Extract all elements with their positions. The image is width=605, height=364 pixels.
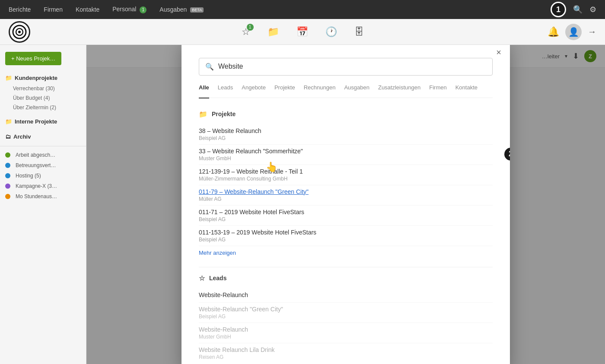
top-navigation: Berichte Firmen Kontakte Personal 1 Ausg…	[0, 0, 605, 19]
sidebar-item-ueber-budget[interactable]: Über Budget (4)	[0, 93, 86, 103]
personal-badge: 1	[140, 6, 146, 13]
filter-tabs: Alle Leads Angebote Projekte Rechnungen …	[199, 84, 493, 98]
projekte-folder-icon: 📁	[199, 110, 207, 118]
tab-kontakte[interactable]: Kontakte	[455, 84, 478, 92]
tab-firmen[interactable]: Firmen	[429, 84, 446, 92]
logout-icon[interactable]: →	[588, 27, 596, 37]
tab-zusatzleistungen[interactable]: Zusatzleistungen	[378, 84, 420, 92]
status-dot	[5, 173, 10, 178]
search-icon[interactable]: 🔍	[573, 5, 583, 14]
step-2-indicator: 2	[503, 146, 510, 162]
database-icon[interactable]: 🗄	[354, 26, 364, 38]
result-title-2: 33 – Website Relaunch "Sommerhitze"	[199, 148, 493, 155]
search-modal: × 🔍 Alle Leads Angebote Projekte Rechnun…	[182, 45, 510, 364]
leads-heading: Leads	[209, 275, 226, 282]
lead-subtitle-2: Beispiel AG	[199, 313, 493, 320]
lead-item-3[interactable]: Website-Relaunch Muster GmbH	[199, 323, 493, 343]
result-item-4[interactable]: 011-79 – Website-Relaunch "Green City" M…	[199, 185, 493, 206]
projekte-section-header: 📁 Projekte	[199, 110, 493, 118]
sidebar-work-mo[interactable]: Mo Stundenaus…	[0, 191, 86, 202]
nav-firmen[interactable]: Firmen	[44, 6, 63, 13]
clock-icon[interactable]: 🕐	[325, 26, 337, 38]
result-item-5[interactable]: 011-71 – 2019 Website Hotel FiveStars Be…	[199, 206, 493, 226]
result-item-6[interactable]: 011-153-19 – 2019 Website Hotel FiveStar…	[199, 226, 493, 246]
interne-projekte-header[interactable]: 📁 Interne Projekte	[0, 116, 86, 127]
tab-alle[interactable]: Alle	[199, 84, 209, 98]
lead-title-3: Website-Relaunch	[199, 326, 493, 333]
folder-icon: 📁	[5, 75, 12, 81]
result-subtitle-2: Muster GmbH	[199, 155, 493, 161]
sidebar-item-verrechenbar[interactable]: Verrechenbar (30)	[0, 84, 86, 93]
result-subtitle-6: Beispiel AG	[199, 237, 493, 243]
status-dot	[5, 194, 10, 199]
svg-point-2	[18, 31, 21, 33]
archiv-icon: 🗂	[5, 133, 11, 140]
lead-item-1[interactable]: Website-Relaunch	[199, 288, 493, 303]
sidebar-section-archiv: 🗂 Archiv	[0, 131, 86, 142]
status-dot	[5, 152, 10, 158]
logo[interactable]	[9, 21, 30, 43]
tab-projekte[interactable]: Projekte	[274, 84, 295, 92]
result-item-2[interactable]: 33 – Website Relaunch "Sommerhitze" Must…	[199, 145, 493, 165]
modal-close-button[interactable]: ×	[496, 47, 501, 57]
lead-item-4[interactable]: Website Relaunch Lila Drink Reisen AG	[199, 343, 493, 363]
status-dot	[5, 184, 10, 189]
result-subtitle-5: Beispiel AG	[199, 216, 493, 222]
calendar-icon[interactable]: 📅	[296, 26, 308, 38]
nav-personal[interactable]: Personal 1	[112, 6, 146, 13]
sidebar-work-arbeit[interactable]: Arbeit abgesch…	[0, 150, 86, 160]
sidebar-item-ueber-zieltermin[interactable]: Über Zieltermin (2)	[0, 103, 86, 112]
projekte-heading: Projekte	[212, 111, 236, 117]
leads-section: ☆ Leads Website-Relaunch Website-Relaunc…	[199, 274, 493, 363]
sidebar: + Neues Projek… 📁 Kundenprojekte Verrech…	[0, 45, 86, 364]
lead-subtitle-4: Reisen AG	[199, 354, 493, 360]
step-1-indicator: 1	[551, 2, 566, 17]
nav-kontakte[interactable]: Kontakte	[76, 6, 99, 13]
section-divider	[199, 267, 493, 267]
tab-rechnungen[interactable]: Rechnungen	[304, 84, 336, 92]
result-title-3: 121-139-19 – Website Reithalle - Teil 1	[199, 168, 493, 175]
result-subtitle-4: Müller AG	[199, 196, 493, 202]
bell-icon[interactable]: 🔔	[548, 26, 559, 38]
beta-badge: BETA	[190, 7, 204, 13]
sidebar-section-kundenprojekte: 📁 Kundenprojekte Verrechenbar (30) Über …	[0, 72, 86, 112]
kundenprojekte-header[interactable]: 📁 Kundenprojekte	[0, 72, 86, 84]
result-subtitle-3: Müller-Zimmermann Consulting GmbH	[199, 176, 493, 182]
status-dot	[5, 163, 10, 168]
nav-berichte[interactable]: Berichte	[9, 6, 31, 13]
sidebar-work-hosting[interactable]: Hosting (5)	[0, 171, 86, 181]
result-title-6: 011-153-19 – 2019 Website Hotel FiveStar…	[199, 229, 493, 236]
sidebar-work-betreuung[interactable]: Betreuungsvert…	[0, 160, 86, 171]
mehr-anzeigen-link[interactable]: Mehr anzeigen	[199, 250, 236, 256]
sidebar-work-kampagne[interactable]: Kampagne-X (3…	[0, 181, 86, 191]
folder-icon[interactable]: 📁	[267, 26, 279, 38]
tab-leads[interactable]: Leads	[218, 84, 233, 92]
search-icon: 🔍	[205, 63, 214, 71]
lead-title-4: Website Relaunch Lila Drink	[199, 346, 493, 353]
result-subtitle-1: Beispiel AG	[199, 135, 493, 141]
top-nav-right: 1 🔍 ⚙	[551, 2, 596, 17]
result-title-1: 38 – Website Relaunch	[199, 127, 493, 134]
tab-ausgaben[interactable]: Ausgaben	[344, 84, 369, 92]
result-item-3[interactable]: 121-139-19 – Website Reithalle - Teil 1 …	[199, 165, 493, 185]
leads-star-icon: ☆	[199, 274, 205, 282]
nav-ausgaben[interactable]: Ausgaben BETA	[159, 6, 204, 13]
sidebar-section-intern: 📁 Interne Projekte	[0, 116, 86, 127]
search-input[interactable]	[218, 63, 486, 70]
lead-title-1: Website-Relaunch	[199, 291, 493, 298]
archiv-header[interactable]: 🗂 Archiv	[0, 131, 86, 142]
lead-item-2[interactable]: Website-Relaunch "Green City" Beispiel A…	[199, 303, 493, 323]
search-container: 🔍	[199, 58, 493, 76]
user-avatar[interactable]: 👤	[565, 24, 582, 40]
leads-section-header: ☆ Leads	[199, 274, 493, 282]
result-title-5: 011-71 – 2019 Website Hotel FiveStars	[199, 209, 493, 215]
tab-angebote[interactable]: Angebote	[242, 84, 266, 92]
result-item-1[interactable]: 38 – Website Relaunch Beispiel AG	[199, 124, 493, 145]
lead-subtitle-3: Muster GmbH	[199, 334, 493, 340]
settings-icon[interactable]: ⚙	[589, 5, 596, 14]
main-content: …leiter ▾ ⬇ Z × 🔍 Alle Leads Angebote Pr	[86, 45, 605, 364]
favorites-icon[interactable]: ☆ 1	[242, 26, 250, 38]
new-project-button[interactable]: + Neues Projek…	[5, 52, 61, 65]
main-area: + Neues Projek… 📁 Kundenprojekte Verrech…	[0, 45, 605, 364]
projekte-section: 📁 Projekte 38 – Website Relaunch Beispie…	[199, 110, 493, 256]
